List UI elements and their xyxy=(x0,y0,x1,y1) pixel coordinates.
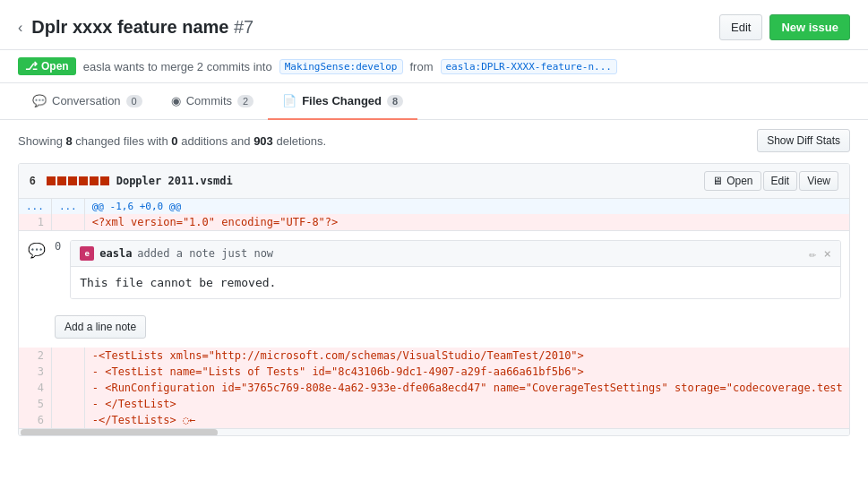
showing-label: Showing xyxy=(18,134,63,148)
commenter-avatar: e xyxy=(80,246,94,261)
diff-sq-6 xyxy=(100,176,109,185)
add-line-note-button[interactable]: Add a line note xyxy=(55,315,146,339)
comment-header: e easla added a note just now ✏ × xyxy=(71,241,840,267)
conversation-icon: 💬 xyxy=(32,94,47,107)
comment-header-actions: ✏ × xyxy=(809,246,831,261)
code-table: ... ... @@ -1,6 +0,0 @@ 1 <?xml version=… xyxy=(19,199,850,428)
base-branch-tag[interactable]: MakingSense:develop xyxy=(279,59,403,74)
file-diff-stat-boxes xyxy=(47,176,109,185)
changed-files-label: changed files with xyxy=(75,134,171,148)
file-edit-button[interactable]: Edit xyxy=(763,171,798,191)
show-diff-stats-button[interactable]: Show Diff Stats xyxy=(757,129,850,152)
merge-icon: ⎇ xyxy=(25,60,38,73)
line-num-left-1: 1 xyxy=(19,214,51,230)
tab-conversation-label: Conversation xyxy=(52,94,121,107)
files-changed-area: Showing 8 changed files with 0 additions… xyxy=(0,120,868,456)
comment-action-text: added a note just now xyxy=(137,247,273,260)
line-num-right-3 xyxy=(51,364,84,380)
line-num-left-3: 3 xyxy=(19,364,51,380)
deletions-count: 903 xyxy=(254,134,273,148)
pr-number: #7 xyxy=(234,17,254,37)
pr-header: ‹ Dplr xxxx feature name #7 Edit New iss… xyxy=(0,0,868,50)
comment-section: 💬 0 e easla xyxy=(19,230,850,348)
deletions-label: deletions. xyxy=(276,134,326,148)
diff-summary: Showing 8 changed files with 0 additions… xyxy=(18,134,326,148)
comment-bubble-icon: 💬 xyxy=(28,242,46,259)
tab-files-changed[interactable]: 📄 Files Changed 8 xyxy=(268,83,417,120)
tab-files-changed-count: 8 xyxy=(387,95,403,107)
hunk-info: @@ -1,6 +0,0 @@ xyxy=(84,199,850,214)
code-content-4: - <RunConfiguration id="3765c769-808e-4a… xyxy=(84,380,850,396)
file-actions: 🖥 Open Edit View xyxy=(704,171,838,191)
from-label: from xyxy=(410,60,434,73)
diff-sq-3 xyxy=(68,176,77,185)
new-issue-button[interactable]: New issue xyxy=(769,14,850,40)
code-content-5: - </TestList> xyxy=(84,396,850,412)
code-line-6: 6 -</TestLists> ◌← xyxy=(19,412,850,428)
line-num-right-5 xyxy=(51,396,84,412)
comment-box: e easla added a note just now ✏ × xyxy=(70,240,841,299)
file-diff-block: 6 Doppler 2011.vsmdi 🖥 Open xyxy=(18,163,850,436)
edit-comment-icon[interactable]: ✏ xyxy=(809,246,816,261)
diff-sq-2 xyxy=(57,176,66,185)
comment-header-left: e easla added a note just now xyxy=(80,246,273,261)
hunk-line-num-left: ... xyxy=(19,199,51,214)
line-num-left-2: 2 xyxy=(19,348,51,364)
line-num-right-2 xyxy=(51,348,84,364)
commits-icon: ◉ xyxy=(171,94,181,107)
tab-conversation[interactable]: 💬 Conversation 0 xyxy=(18,83,157,120)
pr-title-text: Dplr xxxx feature name xyxy=(31,17,228,37)
comment-body: This file cannot be removed. xyxy=(71,267,840,298)
pr-meta-description: easla wants to merge 2 commits into xyxy=(83,60,272,73)
code-content-6: -</TestLists> ◌← xyxy=(84,412,850,428)
hunk-line-num-right: ... xyxy=(51,199,84,214)
pr-title-area: ‹ Dplr xxxx feature name #7 xyxy=(18,17,254,38)
line-num-right-1 xyxy=(51,214,84,230)
open-label: Open xyxy=(726,175,752,187)
tab-commits[interactable]: ◉ Commits 2 xyxy=(157,83,268,120)
file-diff-stat-count: 6 xyxy=(30,175,36,187)
comment-count-badge: 0 xyxy=(55,240,61,253)
code-content-1: <?xml version="1.0" encoding="UTF-8"?> xyxy=(84,214,850,230)
line-num-left-4: 4 xyxy=(19,380,51,396)
horizontal-scrollbar[interactable] xyxy=(19,428,849,435)
tab-commits-count: 2 xyxy=(237,95,254,107)
line-num-left-5: 5 xyxy=(19,396,51,412)
page-container: ‹ Dplr xxxx feature name #7 Edit New iss… xyxy=(0,0,868,498)
tab-conversation-count: 0 xyxy=(126,95,142,107)
back-arrow[interactable]: ‹ xyxy=(18,20,22,36)
additions-count: 0 xyxy=(171,134,177,148)
hunk-row: ... ... @@ -1,6 +0,0 @@ xyxy=(19,199,850,214)
diff-sq-1 xyxy=(47,176,56,185)
comment-cell: 💬 0 e easla xyxy=(19,230,850,348)
code-line-3: 3 - <TestList name="Lists of Tests" id="… xyxy=(19,364,850,380)
code-content-2: -<TestLists xmlns="http://microsoft.com/… xyxy=(84,348,850,364)
page-title: Dplr xxxx feature name #7 xyxy=(31,17,254,38)
file-open-button[interactable]: 🖥 Open xyxy=(704,171,761,191)
file-view-button[interactable]: View xyxy=(799,171,838,191)
diff-sq-5 xyxy=(90,176,99,185)
code-line-1: 1 <?xml version="1.0" encoding="UTF-8"?> xyxy=(19,214,850,230)
open-badge: ⎇ Open xyxy=(18,57,76,75)
close-comment-icon[interactable]: × xyxy=(823,246,830,261)
avatar-initials: e xyxy=(85,249,90,258)
tab-files-changed-label: Files Changed xyxy=(302,94,382,107)
head-branch-tag[interactable]: easla:DPLR-XXXX-feature-n... xyxy=(441,59,617,74)
tab-commits-label: Commits xyxy=(186,94,232,107)
line-num-left-6: 6 xyxy=(19,412,51,428)
open-badge-label: Open xyxy=(41,60,69,73)
comment-author: easla xyxy=(99,247,132,260)
pr-tabs: 💬 Conversation 0 ◉ Commits 2 📄 Files Cha… xyxy=(0,83,868,120)
line-num-right-4 xyxy=(51,380,84,396)
code-line-5: 5 - </TestList> xyxy=(19,396,850,412)
files-changed-icon: 📄 xyxy=(282,94,296,107)
file-header: 6 Doppler 2011.vsmdi 🖥 Open xyxy=(19,164,849,199)
additions-label: additions and xyxy=(181,134,254,148)
file-header-left: 6 Doppler 2011.vsmdi xyxy=(30,175,233,187)
diff-toolbar: Showing 8 changed files with 0 additions… xyxy=(18,129,850,152)
line-num-right-6 xyxy=(51,412,84,428)
diff-sq-4 xyxy=(79,176,88,185)
file-name: Doppler 2011.vsmdi xyxy=(116,175,233,187)
header-buttons: Edit New issue xyxy=(719,14,850,40)
edit-button[interactable]: Edit xyxy=(719,14,762,40)
